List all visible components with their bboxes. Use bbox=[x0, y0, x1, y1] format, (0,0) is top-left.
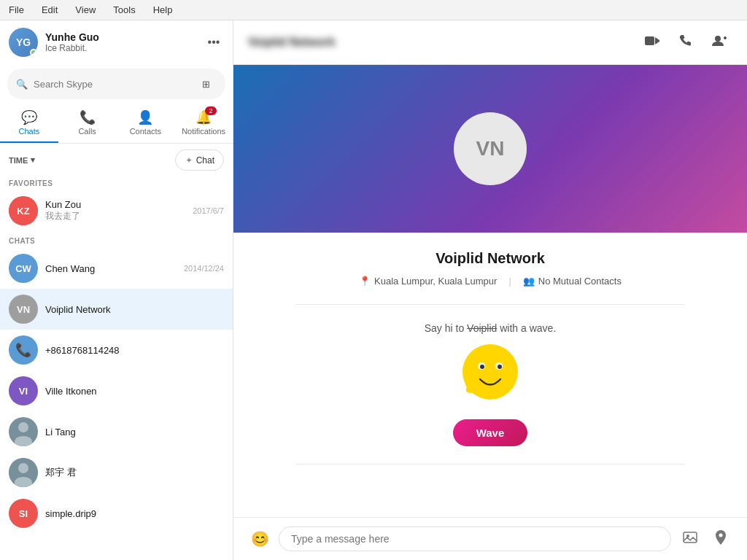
sidebar: YG Yunhe Guo Ice Rabbit. ••• 🔍 ⊞ 💬 Chats bbox=[0, 20, 233, 560]
contact-info: Voiplid Network 📍 Kuala Lumpur, Kuala Lu… bbox=[233, 233, 747, 482]
list-item[interactable]: SI simple.drip9 bbox=[0, 493, 233, 534]
svg-text:KZ: KZ bbox=[17, 206, 29, 217]
wave-contact-ref: Voiplid bbox=[467, 322, 497, 334]
emoji-icon: 😊 bbox=[251, 530, 269, 548]
menu-tools[interactable]: Tools bbox=[110, 3, 138, 17]
tab-notifications-label: Notifications bbox=[182, 127, 225, 136]
chat-name: Li Tang bbox=[45, 427, 217, 438]
video-icon bbox=[645, 36, 659, 49]
chat-name: Ville Itkonen bbox=[45, 386, 217, 397]
tab-calls[interactable]: 📞 Calls bbox=[58, 104, 117, 143]
wave-text: Say hi to Voiplid with a wave. bbox=[425, 322, 557, 334]
add-contact-button[interactable] bbox=[706, 29, 732, 55]
chat-avatar bbox=[9, 417, 38, 446]
chat-body: VN Voiplid Network 📍 Kuala Lumpur, Kuala… bbox=[233, 65, 747, 517]
mutual-contacts-text: No Mutual Contacts bbox=[538, 276, 622, 287]
chat-list: FAVORITES KZ Kun Zou 我去走了 2017/6/7 CHATS bbox=[0, 174, 233, 560]
list-item[interactable]: CW Chen Wang 2014/12/24 bbox=[0, 248, 233, 289]
calls-icon: 📞 bbox=[80, 109, 96, 125]
tab-contacts[interactable]: 👤 Contacts bbox=[117, 104, 175, 143]
menu-help[interactable]: Help bbox=[150, 3, 176, 17]
svg-point-17 bbox=[498, 365, 502, 369]
message-input[interactable] bbox=[279, 526, 671, 551]
hero-banner: VN bbox=[233, 65, 747, 233]
location-button[interactable] bbox=[709, 527, 732, 551]
avatar[interactable]: YG bbox=[9, 28, 38, 57]
svg-point-16 bbox=[480, 365, 484, 369]
chat-info: Voiplid Network bbox=[45, 304, 217, 315]
svg-marker-9 bbox=[655, 37, 659, 44]
location-icon bbox=[713, 529, 728, 549]
list-item[interactable]: 郑宇 君 bbox=[0, 452, 233, 493]
search-icon: 🔍 bbox=[16, 79, 28, 90]
list-item[interactable]: KZ Kun Zou 我去走了 2017/6/7 bbox=[0, 190, 233, 231]
chat-avatar: VI bbox=[9, 376, 38, 405]
emoji-button[interactable]: 😊 bbox=[248, 527, 271, 551]
svg-point-19 bbox=[465, 381, 471, 387]
search-input[interactable] bbox=[34, 79, 186, 90]
tab-contacts-label: Contacts bbox=[130, 127, 161, 136]
tab-notifications[interactable]: 2 🔔 Notifications bbox=[174, 104, 233, 143]
chat-info: +8618768114248 bbox=[45, 345, 217, 356]
wave-button[interactable]: Wave bbox=[453, 419, 528, 446]
divider bbox=[296, 304, 684, 305]
menu-bar: File Edit View Tools Help bbox=[0, 0, 747, 20]
svg-point-6 bbox=[18, 463, 28, 473]
divider2 bbox=[296, 464, 684, 464]
chats-section-label: CHATS bbox=[0, 231, 233, 248]
contacts-icon: 👤 bbox=[137, 109, 153, 125]
list-item[interactable]: Li Tang bbox=[0, 411, 233, 452]
chat-info: Kun Zou 我去走了 bbox=[45, 199, 185, 222]
tab-calls-label: Calls bbox=[78, 127, 96, 136]
wave-emoji bbox=[461, 343, 519, 411]
profile-status: Ice Rabbit. bbox=[45, 43, 196, 53]
chat-name: simple.drip9 bbox=[45, 508, 217, 519]
svg-point-10 bbox=[715, 36, 721, 42]
svg-rect-8 bbox=[645, 36, 654, 45]
profile-header: YG Yunhe Guo Ice Rabbit. ••• bbox=[0, 20, 233, 64]
search-input-wrap: 🔍 ⊞ bbox=[7, 69, 225, 99]
chat-name: Kun Zou bbox=[45, 199, 185, 210]
video-call-button[interactable] bbox=[639, 29, 665, 55]
chat-info: Li Tang bbox=[45, 427, 217, 438]
main-layout: YG Yunhe Guo Ice Rabbit. ••• 🔍 ⊞ 💬 Chats bbox=[0, 20, 747, 560]
chat-date: 2017/6/7 bbox=[193, 206, 224, 215]
audio-call-button[interactable] bbox=[673, 29, 699, 55]
location-pin-icon: 📍 bbox=[359, 276, 371, 287]
time-filter-bar: TIME ▾ ＋ Chat bbox=[0, 144, 233, 174]
chat-info: Ville Itkonen bbox=[45, 386, 217, 397]
chat-info: 郑宇 君 bbox=[45, 466, 217, 479]
wave-section: Say hi to Voiplid with a wave. bbox=[413, 311, 568, 458]
chat-header: Voiplid Network bbox=[233, 20, 747, 65]
people-icon: 👥 bbox=[523, 276, 535, 287]
avatar-image: KZ bbox=[9, 196, 38, 225]
list-item[interactable]: 📞 +8618768114248 bbox=[0, 330, 233, 370]
new-chat-button[interactable]: ＋ Chat bbox=[175, 149, 224, 171]
more-options-button[interactable]: ••• bbox=[204, 32, 224, 52]
chat-avatar: SI bbox=[9, 499, 38, 528]
new-chat-label: Chat bbox=[196, 155, 214, 166]
hero-avatar-initials: VN bbox=[476, 137, 505, 160]
chat-info: Chen Wang bbox=[45, 263, 177, 274]
list-item[interactable]: VN Voiplid Network bbox=[0, 289, 233, 330]
chat-name: Voiplid Network bbox=[45, 304, 217, 315]
hero-avatar: VN bbox=[454, 112, 527, 185]
chat-avatar: CW bbox=[9, 254, 38, 283]
contact-name: Voiplid Network bbox=[436, 250, 545, 267]
attach-media-button[interactable] bbox=[678, 527, 702, 551]
tab-chats[interactable]: 💬 Chats bbox=[0, 104, 58, 143]
avatar-initials: YG bbox=[16, 36, 31, 48]
menu-view[interactable]: View bbox=[72, 3, 98, 17]
attach-icon bbox=[682, 529, 698, 549]
chat-avatar: VN bbox=[9, 295, 38, 324]
chat-avatar bbox=[9, 458, 38, 487]
list-item[interactable]: VI Ville Itkonen bbox=[0, 370, 233, 411]
chat-name: 郑宇 君 bbox=[45, 466, 217, 479]
menu-edit[interactable]: Edit bbox=[39, 3, 61, 17]
menu-file[interactable]: File bbox=[6, 3, 27, 17]
grid-view-button[interactable]: ⊞ bbox=[195, 73, 217, 95]
tab-chats-label: Chats bbox=[19, 127, 40, 136]
contact-details: 📍 Kuala Lumpur, Kuala Lumpur | 👥 No Mutu… bbox=[359, 276, 622, 287]
chats-icon: 💬 bbox=[21, 109, 37, 125]
time-filter-label[interactable]: TIME ▾ bbox=[9, 155, 35, 165]
